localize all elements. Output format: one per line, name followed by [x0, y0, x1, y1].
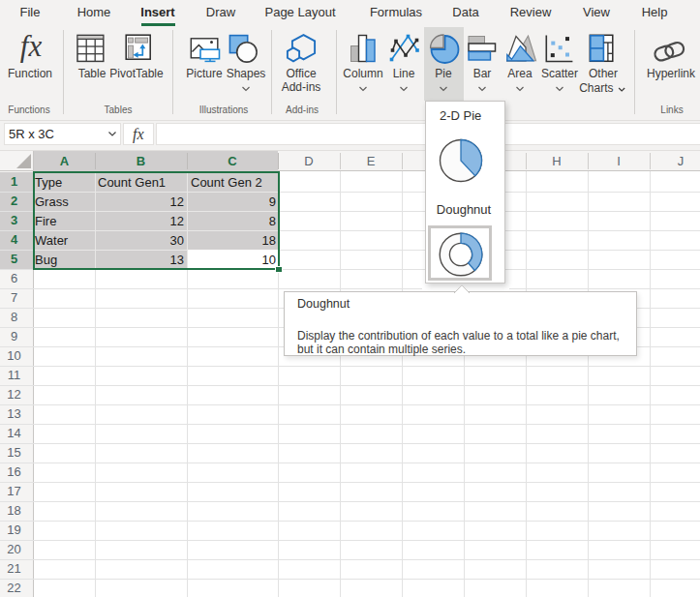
- svg-text:fx: fx: [20, 29, 43, 63]
